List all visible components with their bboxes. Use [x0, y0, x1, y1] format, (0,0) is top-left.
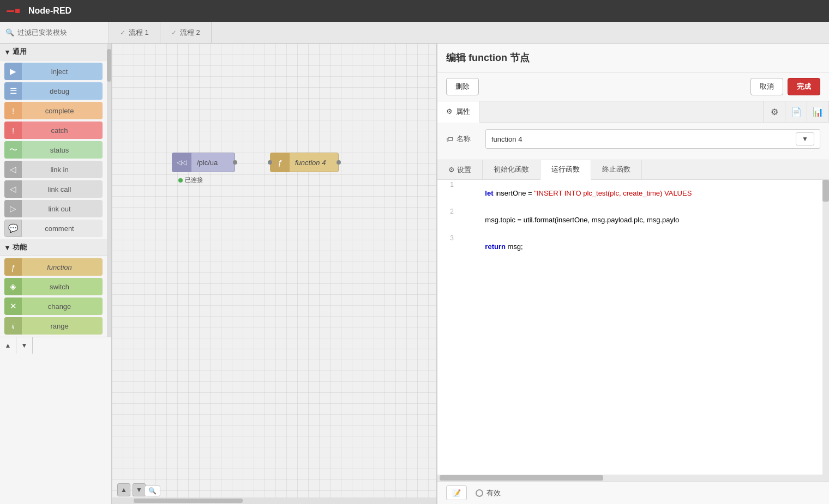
canvas-nav-up[interactable]: ▲: [117, 483, 130, 496]
tab-flow1[interactable]: ✓ 流程 1: [109, 22, 160, 43]
node-label-switch: switch: [22, 278, 97, 295]
node-label-link-in: link in: [22, 161, 97, 178]
node-port-right-comment: [97, 220, 103, 237]
fn-tab-init[interactable]: 初始化函数: [483, 160, 540, 179]
node-port-right-complete: [97, 102, 103, 119]
code-msg-topic: msg.topic = util.format(insertOne, msg.p…: [485, 216, 679, 224]
book-icon-btn[interactable]: 📄: [785, 101, 807, 122]
node-item-status[interactable]: 〜 status: [4, 141, 103, 159]
settings-icon-btn[interactable]: ⚙: [764, 101, 785, 122]
module-filter-label: 过滤已安装模块: [17, 28, 67, 38]
sidebar-scrollbar-thumb[interactable]: [107, 49, 111, 82]
app-logo: Node-RED: [7, 5, 71, 16]
canvas-node-plcua[interactable]: ◁◁ /plc/ua 已连接: [172, 153, 235, 172]
node-label-link-out: link out: [22, 200, 97, 217]
tab-flow2[interactable]: ✓ 流程 2: [160, 22, 212, 43]
node-icon-function: ƒ: [4, 258, 22, 276]
node-item-catch[interactable]: ! catch: [4, 122, 103, 139]
node-item-change[interactable]: ✕ change: [4, 297, 103, 315]
fn-tab-init-label: 初始化函数: [494, 165, 529, 173]
tab-flow2-label: 流程 2: [180, 28, 200, 38]
module-filter-box[interactable]: 🔍 过滤已安装模块: [0, 22, 109, 43]
prop-input-name[interactable]: function 4 ▼: [485, 129, 820, 149]
line-content-2: msg.topic = util.format(insertOne, msg.p…: [459, 207, 829, 233]
node-item-debug[interactable]: ☰ debug: [4, 82, 103, 100]
code-scrollbar-horizontal[interactable]: [437, 475, 822, 481]
sidebar: ▾ 通用 ▶ inject ☰ debug !: [0, 44, 112, 504]
tab-check-icon-2: ✓: [171, 29, 177, 37]
line-content-1: let insertOne = "INSERT INTO plc_test(pl…: [459, 180, 829, 207]
tab-properties-label: 属性: [456, 107, 470, 117]
main-layout: ▾ 通用 ▶ inject ☰ debug !: [0, 44, 829, 504]
prop-name-text: 名称: [456, 134, 471, 144]
canvas-scrollbar[interactable]: [112, 497, 436, 504]
node-label-range: range: [22, 317, 97, 335]
code-scroll-h-handle[interactable]: [440, 475, 603, 481]
canvas-search-box[interactable]: 🔍: [145, 485, 160, 496]
canvas-node-plcua-label: /plc/ua: [191, 153, 235, 172]
code-return-val: msg;: [506, 242, 523, 251]
circle-indicator: [476, 489, 483, 497]
node-icon-comment: 💬: [4, 220, 22, 237]
connected-text: 已连接: [185, 176, 203, 184]
node-port-right-function: [97, 258, 103, 276]
bottom-btn-left[interactable]: 📝: [446, 485, 467, 500]
node-item-link-in[interactable]: ◁ link in: [4, 161, 103, 178]
node-port-right-range: [97, 317, 103, 335]
node-icon-status: 〜: [4, 141, 22, 159]
fn-tab-settings[interactable]: ⚙ 设置: [437, 160, 483, 179]
delete-button[interactable]: 删除: [446, 78, 479, 95]
tab-properties[interactable]: ⚙ 属性: [437, 101, 479, 123]
fn-tab-stop-label: 终止函数: [602, 165, 630, 173]
code-line-3: 3 return msg;: [437, 233, 829, 260]
node-port-right-link-call: [97, 180, 103, 198]
section-general-header[interactable]: ▾ 通用: [0, 44, 107, 60]
node-item-complete[interactable]: ! complete: [4, 102, 103, 119]
node-item-inject[interactable]: ▶ inject: [4, 63, 103, 80]
node-item-function[interactable]: ƒ function: [4, 258, 103, 276]
canvas: ◁◁ /plc/ua 已连接 ƒ function 4 ▲ ▼ 🔍: [112, 44, 436, 504]
node-item-link-out[interactable]: ▷ link out: [4, 200, 103, 217]
connected-label: 已连接: [178, 176, 203, 184]
fn-tab-run-label: 运行函数: [551, 165, 580, 173]
chart-icon-btn[interactable]: 📊: [807, 101, 829, 122]
node-label-inject: inject: [22, 63, 97, 80]
valid-label: 有效: [486, 488, 501, 498]
node-item-link-call[interactable]: ◁ link call: [4, 180, 103, 198]
complete-button[interactable]: 完成: [788, 78, 820, 95]
str-insert: "INSERT INTO plc_test(plc, create_time) …: [534, 189, 692, 197]
tab-check-icon: ✓: [120, 29, 125, 37]
sidebar-nav-up[interactable]: ▲: [0, 337, 16, 354]
node-label-comment: comment: [22, 220, 97, 237]
app-name: Node-RED: [28, 6, 71, 16]
canvas-node-function4[interactable]: ƒ function 4: [270, 153, 339, 172]
sidebar-nav-down[interactable]: ▼: [16, 337, 33, 354]
kw-let: let: [485, 189, 493, 197]
node-item-switch[interactable]: ◈ switch: [4, 278, 103, 295]
node-port-right-switch: [97, 278, 103, 295]
canvas-scroll-thumb[interactable]: [134, 499, 243, 503]
node-icon-link-in: ◁: [4, 161, 22, 178]
right-panel: 编辑 function 节点 删除 取消 完成 ⚙ 属性 ⚙ 📄 📊: [436, 44, 829, 504]
fn-tab-settings-label: 设置: [457, 165, 471, 175]
fn-tab-run[interactable]: 运行函数: [540, 160, 591, 180]
section-functional-header[interactable]: ▾ 功能: [0, 239, 107, 256]
canvas-nav-down[interactable]: ▼: [133, 483, 146, 496]
code-scroll-handle[interactable]: [822, 180, 829, 202]
prop-input-dropdown[interactable]: ▼: [796, 132, 814, 145]
node-item-range[interactable]: ij range: [4, 317, 103, 335]
bottom-bar: 📝 有效: [437, 481, 829, 504]
code-scrollbar-vertical[interactable]: [822, 180, 829, 481]
search-icon: 🔍: [5, 28, 14, 37]
sidebar-nodes: ▾ 通用 ▶ inject ☰ debug !: [0, 44, 107, 337]
node-item-comment[interactable]: 💬 comment: [4, 220, 103, 237]
sidebar-scrollbar-track[interactable]: [107, 44, 111, 337]
canvas-search-icon: 🔍: [148, 487, 157, 495]
node-icon-switch: ◈: [4, 278, 22, 295]
node-port-right-inject: [97, 63, 103, 80]
fn-tab-stop[interactable]: 终止函数: [591, 160, 642, 179]
code-editor[interactable]: 1 let insertOne = "INSERT INTO plc_test(…: [437, 180, 829, 481]
cancel-button[interactable]: 取消: [750, 78, 783, 95]
node-port-right-catch: [97, 122, 103, 139]
node-port-right-change: [97, 297, 103, 315]
